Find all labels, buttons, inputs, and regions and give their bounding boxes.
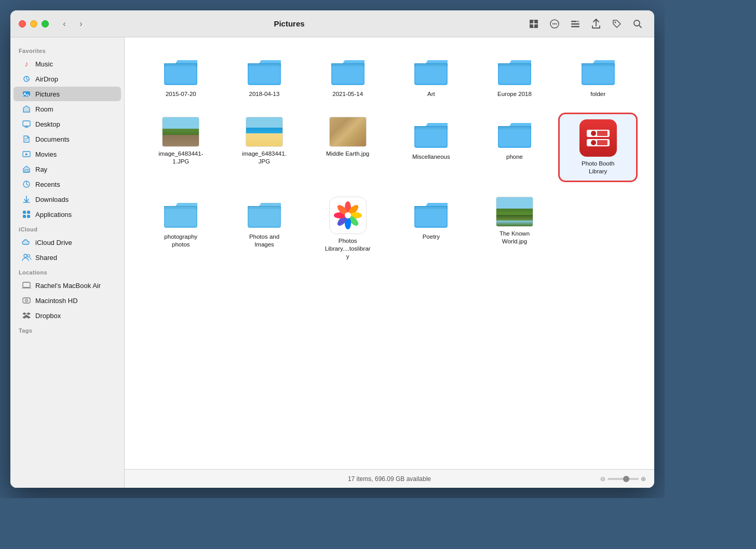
folder-icon <box>579 54 617 87</box>
file-item-2018-04-13[interactable]: 2018-04-13 <box>225 50 304 102</box>
sidebar-label-movies: Movies <box>35 150 57 158</box>
file-item-folder[interactable]: folder <box>558 50 638 102</box>
file-label-europe-2018: Europe 2018 <box>497 90 532 98</box>
svg-point-6 <box>554 23 555 24</box>
sidebar-item-desktop[interactable]: Desktop <box>14 117 121 131</box>
music-icon: ♪ <box>22 59 31 68</box>
minimize-button[interactable] <box>30 20 37 28</box>
file-item-middle-earth[interactable]: Middle Earth.jpg <box>308 113 387 182</box>
view-options-button[interactable] <box>567 16 584 32</box>
file-item-phone[interactable]: phone <box>475 113 555 182</box>
sidebar-item-macintosh-hd[interactable]: Macintosh HD <box>14 293 121 308</box>
close-button[interactable] <box>19 20 26 28</box>
file-label-poetry: Poetry <box>423 233 440 241</box>
sidebar-item-room[interactable]: Room <box>14 102 121 116</box>
zoom-slider[interactable] <box>608 478 639 480</box>
svg-point-26 <box>28 255 30 257</box>
photos-pinwheel <box>334 201 362 229</box>
sidebar-item-applications[interactable]: Applications <box>14 207 121 222</box>
airdrop-icon <box>22 74 31 84</box>
zoom-knob <box>623 476 629 482</box>
svg-rect-2 <box>530 24 533 28</box>
fullscreen-button[interactable] <box>42 20 49 28</box>
tag-button[interactable] <box>609 16 625 32</box>
sidebar-item-icloud-drive[interactable]: iCloud Drive <box>14 235 121 250</box>
file-item-europe-2018[interactable]: Europe 2018 <box>475 50 555 102</box>
icloud-header: iCloud <box>10 222 124 235</box>
sidebar-item-recents[interactable]: Recents <box>14 177 121 191</box>
file-item-2015-07-20[interactable]: 2015-07-20 <box>141 50 221 102</box>
more-options-button[interactable] <box>546 16 563 32</box>
view-grid-icon <box>529 19 539 29</box>
folder-icon <box>412 117 450 150</box>
sidebar-label-applications: Applications <box>35 211 72 218</box>
svg-rect-21 <box>23 211 26 214</box>
folder-icon <box>329 54 367 87</box>
file-item-poetry[interactable]: Poetry <box>392 193 471 265</box>
icloud-drive-icon <box>22 238 31 247</box>
sidebar-item-downloads[interactable]: Downloads <box>14 192 121 207</box>
view-grid-button[interactable] <box>525 16 542 32</box>
macintosh-hd-icon <box>22 296 31 305</box>
view-options-icon <box>570 19 580 29</box>
file-item-photos-library[interactable]: Photos Library....toslibrary <box>308 193 387 265</box>
image-thumb-beach <box>246 117 283 147</box>
file-label-photo-booth-library: Photo Booth Library <box>575 160 622 175</box>
ray-icon <box>22 164 31 174</box>
sidebar-item-music[interactable]: ♪ Music <box>14 57 121 71</box>
share-button[interactable] <box>588 16 604 32</box>
pictures-icon <box>22 89 31 99</box>
file-item-image-beach[interactable]: image_6483441.JPG <box>225 113 304 182</box>
share-icon <box>591 19 601 29</box>
sidebar-label-macintosh-hd: Macintosh HD <box>35 297 78 305</box>
file-item-the-known-world[interactable]: The Known World.jpg <box>475 193 555 265</box>
file-item-2021-05-14[interactable]: 2021-05-14 <box>308 50 387 102</box>
svg-point-13 <box>634 20 640 26</box>
sidebar-item-airdrop[interactable]: AirDrop <box>14 72 121 86</box>
sidebar-item-ray[interactable]: Ray <box>14 162 121 176</box>
folder-icon <box>412 197 450 230</box>
sidebar-item-documents[interactable]: Documents <box>14 132 121 146</box>
sidebar-label-music: Music <box>35 60 53 68</box>
file-label-image-beach: image_6483441.JPG <box>241 150 288 166</box>
photo-booth-app-icon <box>579 119 617 157</box>
favorites-header: Favorites <box>10 44 124 56</box>
folder-icon <box>246 54 283 87</box>
sidebar-item-movies[interactable]: Movies <box>14 147 121 161</box>
traffic-lights <box>19 20 49 28</box>
file-item-miscellaneous[interactable]: Miscellaneous <box>392 113 471 182</box>
search-button[interactable] <box>629 16 646 32</box>
more-options-icon <box>549 19 560 29</box>
sidebar-label-ray: Ray <box>35 166 47 173</box>
macbook-icon <box>22 281 31 290</box>
search-icon <box>632 19 643 29</box>
file-label-photos-and-images: Photos and Images <box>241 233 288 249</box>
folder-icon <box>162 54 199 87</box>
svg-rect-3 <box>534 24 538 28</box>
sidebar-label-room: Room <box>35 105 53 113</box>
folder-icon <box>412 54 450 87</box>
image-thumb-world <box>496 197 533 227</box>
folder-icon <box>496 54 533 87</box>
file-label-photography-photos: photography photos <box>157 233 204 249</box>
sidebar-item-pictures[interactable]: Pictures <box>14 87 121 101</box>
sidebar-item-macbook[interactable]: Rachel's MacBook Air <box>14 278 121 293</box>
file-item-art[interactable]: Art <box>392 50 471 102</box>
file-item-photography-photos[interactable]: photography photos <box>141 193 221 265</box>
sidebar-label-desktop: Desktop <box>35 120 60 128</box>
file-item-photo-booth-library[interactable]: Photo Booth Library <box>558 113 638 182</box>
file-grid: 2015-07-20 2018-04-13 <box>125 37 654 469</box>
folder-icon <box>496 117 533 150</box>
sidebar-item-shared[interactable]: Shared <box>14 250 121 265</box>
file-item-image-mountains[interactable]: image_6483441-1.JPG <box>141 113 221 182</box>
svg-point-12 <box>615 21 616 23</box>
zoom-control[interactable]: ⊖ ⊕ <box>600 475 646 483</box>
sidebar-label-downloads: Downloads <box>35 196 69 203</box>
desktop-icon <box>22 119 31 129</box>
sidebar-item-dropbox[interactable]: Dropbox <box>14 308 121 323</box>
toolbar-actions <box>525 16 646 32</box>
downloads-icon <box>22 195 31 204</box>
dropbox-icon <box>22 311 31 320</box>
photos-library-icon <box>329 197 367 234</box>
file-item-photos-and-images[interactable]: Photos and Images <box>225 193 304 265</box>
